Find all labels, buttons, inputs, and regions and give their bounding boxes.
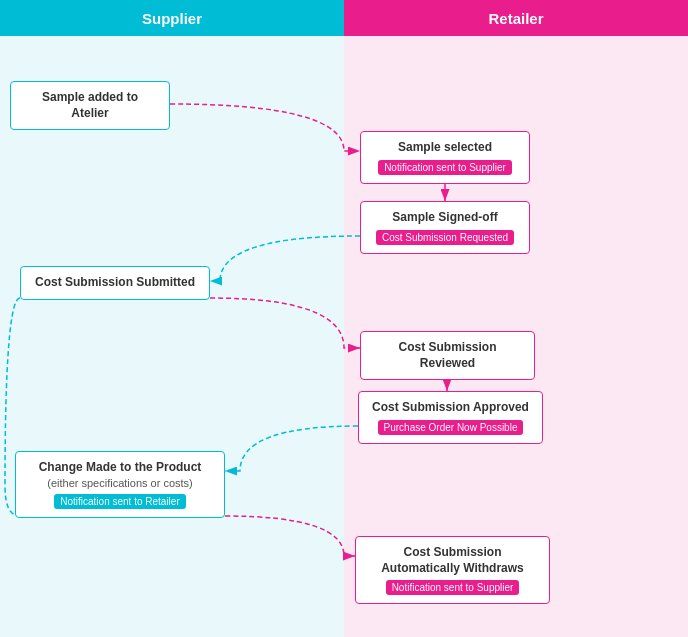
node-cost-approved: Cost Submission Approved Purchase Order … (358, 391, 543, 444)
sample-selected-title: Sample selected (373, 140, 517, 156)
node-sample-selected: Sample selected Notification sent to Sup… (360, 131, 530, 184)
node-change-made: Change Made to the Product (either speci… (15, 451, 225, 518)
node-cost-submitted: Cost Submission Submitted (20, 266, 210, 300)
retailer-header: Retailer (344, 0, 688, 36)
diagram-container: Supplier Retailer (0, 0, 688, 637)
node-sample-signedoff: Sample Signed-off Cost Submission Reques… (360, 201, 530, 254)
retailer-label: Retailer (488, 10, 543, 27)
change-made-title2: (either specifications or costs) (28, 476, 212, 490)
header-row: Supplier Retailer (0, 0, 688, 36)
supplier-label: Supplier (142, 10, 202, 27)
sample-selected-badge: Notification sent to Supplier (378, 160, 512, 175)
node-sample-added: Sample added to Atelier (10, 81, 170, 130)
cost-reviewed-title: Cost Submission Reviewed (373, 340, 522, 371)
sample-signedoff-badge: Cost Submission Requested (376, 230, 514, 245)
sample-signedoff-title: Sample Signed-off (373, 210, 517, 226)
node-cost-withdraws: Cost Submission Automatically Withdraws … (355, 536, 550, 604)
sample-added-title: Sample added to Atelier (23, 90, 157, 121)
change-made-title1: Change Made to the Product (28, 460, 212, 476)
node-cost-reviewed: Cost Submission Reviewed (360, 331, 535, 380)
cost-withdraws-title: Cost Submission Automatically Withdraws (368, 545, 537, 576)
cost-approved-badge: Purchase Order Now Possible (378, 420, 524, 435)
content-area: Sample added to Atelier Sample selected … (0, 36, 688, 637)
cost-approved-title: Cost Submission Approved (371, 400, 530, 416)
cost-submitted-title: Cost Submission Submitted (33, 275, 197, 291)
cost-withdraws-badge: Notification sent to Supplier (386, 580, 520, 595)
supplier-header: Supplier (0, 0, 344, 36)
change-made-badge: Notification sent to Retailer (54, 494, 186, 509)
